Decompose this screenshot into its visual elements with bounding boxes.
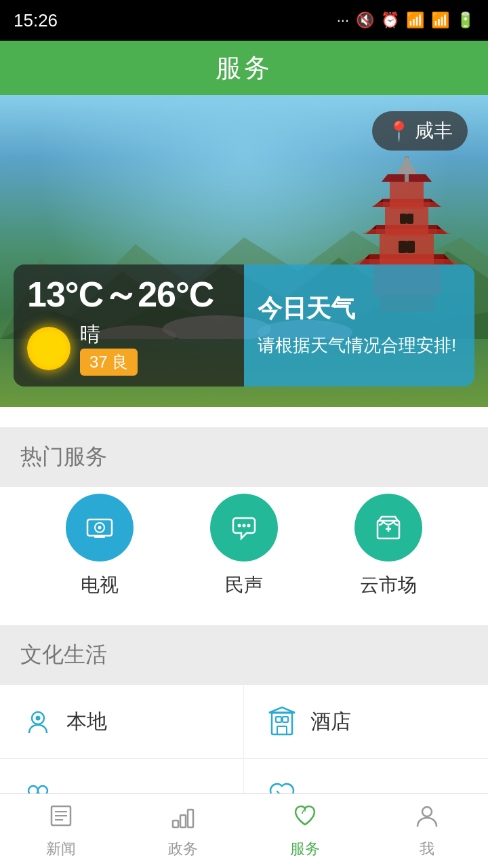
bottom-nav: 新闻 政务 服务 我 bbox=[0, 793, 488, 868]
nav-label-me: 我 bbox=[420, 839, 434, 859]
svg-point-39 bbox=[36, 716, 41, 721]
service-item-market[interactable]: 云市场 bbox=[354, 494, 422, 598]
svg-rect-22 bbox=[390, 182, 424, 209]
location-name: 咸丰 bbox=[415, 118, 453, 144]
page-title: 服务 bbox=[216, 51, 272, 85]
svg-marker-45 bbox=[269, 707, 295, 713]
svg-point-55 bbox=[422, 807, 432, 816]
svg-rect-53 bbox=[180, 815, 186, 827]
location-pin-icon: 📍 bbox=[387, 120, 411, 142]
tv-icon bbox=[66, 494, 134, 561]
market-icon bbox=[354, 494, 422, 561]
network-icon: 📶 bbox=[431, 12, 449, 29]
weather-today-desc: 请根据天气情况合理安排! bbox=[258, 332, 461, 359]
weather-left-panel: 13°C～26°C 晴 37 良 bbox=[14, 264, 244, 387]
svg-point-34 bbox=[237, 524, 241, 528]
weather-card: 13°C～26°C 晴 37 良 今日天气 请根据天气情况合理安排! bbox=[14, 264, 474, 387]
svg-rect-28 bbox=[400, 214, 407, 224]
culture-label-local: 本地 bbox=[66, 708, 107, 736]
nav-item-service[interactable]: 服务 bbox=[244, 794, 366, 868]
service-label-market: 云市场 bbox=[360, 572, 417, 598]
status-bar: 15:26 ··· 🔇 ⏰ 📶 📶 🔋 bbox=[0, 0, 488, 41]
service-nav-icon bbox=[292, 803, 318, 835]
svg-rect-52 bbox=[173, 821, 178, 827]
aqi-badge: 37 良 bbox=[80, 349, 138, 376]
weather-condition: 晴 bbox=[80, 321, 138, 349]
sun-icon bbox=[27, 327, 70, 370]
nav-item-me[interactable]: 我 bbox=[366, 794, 488, 868]
weather-today-title: 今日天气 bbox=[258, 292, 461, 326]
news-nav-icon bbox=[48, 803, 74, 835]
local-icon bbox=[20, 704, 56, 739]
service-item-voice[interactable]: 民声 bbox=[210, 494, 278, 598]
hot-services-header: 热门服务 bbox=[0, 427, 488, 487]
me-nav-icon bbox=[414, 803, 440, 835]
top-bar: 服务 bbox=[0, 41, 488, 95]
weather-right-panel: 今日天气 请根据天气情况合理安排! bbox=[244, 264, 474, 387]
weather-condition-row: 晴 37 良 bbox=[27, 321, 230, 376]
culture-item-hotel[interactable]: 酒店 bbox=[244, 685, 488, 759]
battery-icon: 🔋 bbox=[456, 12, 474, 29]
nav-label-politics: 政务 bbox=[168, 839, 198, 859]
politics-nav-icon bbox=[170, 803, 196, 835]
svg-rect-43 bbox=[277, 726, 287, 734]
nav-item-politics[interactable]: 政务 bbox=[122, 794, 244, 868]
culture-item-local[interactable]: 本地 bbox=[0, 685, 244, 759]
nav-label-news: 新闻 bbox=[46, 839, 76, 859]
status-time: 15:26 bbox=[14, 10, 58, 31]
culture-label-hotel: 酒店 bbox=[310, 708, 351, 736]
voice-icon bbox=[210, 494, 278, 561]
svg-rect-54 bbox=[188, 810, 193, 827]
signal-icon: ··· bbox=[337, 12, 349, 29]
location-badge[interactable]: 📍 咸丰 bbox=[372, 111, 468, 151]
svg-point-36 bbox=[247, 524, 250, 528]
status-icons: ··· 🔇 ⏰ 📶 📶 🔋 bbox=[337, 12, 474, 29]
svg-rect-31 bbox=[94, 536, 105, 538]
nav-label-service: 服务 bbox=[290, 839, 320, 859]
service-item-tv[interactable]: 电视 bbox=[66, 494, 134, 598]
services-grid: 电视 民声 bbox=[0, 487, 488, 612]
culture-section-header: 文化生活 bbox=[0, 625, 488, 685]
hot-services-section: 热门服务 电视 民声 bbox=[0, 407, 488, 625]
svg-rect-27 bbox=[407, 241, 415, 253]
svg-point-33 bbox=[98, 526, 101, 530]
svg-rect-42 bbox=[283, 717, 288, 722]
svg-point-35 bbox=[242, 524, 245, 528]
alarm-icon: ⏰ bbox=[381, 12, 399, 29]
hero-banner: 📍 咸丰 13°C～26°C 晴 37 良 今日天气 请根据天气情况合理安排! bbox=[0, 95, 488, 407]
nav-item-news[interactable]: 新闻 bbox=[0, 794, 122, 868]
mute-icon: 🔇 bbox=[356, 12, 374, 29]
service-label-voice: 民声 bbox=[225, 572, 263, 598]
service-label-tv: 电视 bbox=[81, 572, 119, 598]
svg-marker-25 bbox=[396, 156, 417, 174]
svg-rect-26 bbox=[399, 241, 407, 253]
hotel-icon bbox=[264, 704, 300, 739]
svg-rect-41 bbox=[276, 717, 281, 722]
svg-rect-29 bbox=[407, 214, 413, 224]
svg-rect-40 bbox=[272, 713, 292, 734]
weather-temp: 13°C～26°C bbox=[27, 275, 230, 314]
wifi-icon: 📶 bbox=[406, 12, 424, 29]
